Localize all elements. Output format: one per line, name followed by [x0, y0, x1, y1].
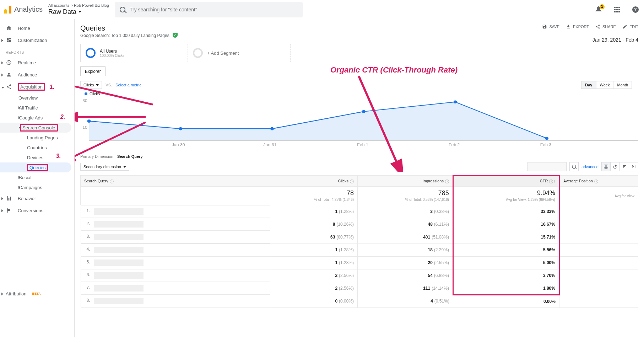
tab-explorer[interactable]: Explorer [80, 66, 105, 76]
nav-behavior[interactable]: Behavior [0, 192, 74, 204]
help-icon: ? [632, 6, 639, 13]
nav-sc-devices[interactable]: Devices [0, 153, 74, 162]
help-button[interactable]: ? [631, 5, 640, 14]
save-button[interactable]: SAVE [542, 24, 559, 29]
secondary-dim-dropdown[interactable]: Secondary dimension [80, 163, 129, 171]
col-query[interactable]: Search Query? [81, 176, 270, 187]
svg-text:30: 30 [82, 98, 87, 102]
notifications-button[interactable]: 1 [594, 5, 603, 14]
gran-day[interactable]: Day [581, 81, 596, 89]
nav-audience[interactable]: Audience [0, 69, 74, 81]
nav-sc-countries[interactable]: Countries [0, 143, 74, 153]
primary-dim-value: Search Query [117, 154, 143, 159]
col-impressions[interactable]: Impressions? [358, 176, 453, 187]
svg-point-6 [270, 127, 274, 130]
beta-badge: BETA [32, 292, 41, 295]
table-row[interactable]: 8.0(0.00%)4(0.51%)0.00% [81, 295, 638, 307]
apps-button[interactable] [613, 5, 621, 14]
edit-button[interactable]: EDIT [622, 24, 638, 29]
svg-rect-21 [623, 165, 626, 166]
segment-ring-icon [86, 48, 96, 58]
flag-icon [6, 207, 12, 214]
gran-month[interactable]: Month [613, 81, 632, 89]
nav-attribution[interactable]: Attribution BETA [0, 288, 74, 300]
col-ctr[interactable]: CTR?↓ [453, 176, 559, 187]
nav-acq-search-console[interactable]: Search Console [0, 123, 71, 133]
chevron-right-icon [1, 74, 3, 76]
export-button[interactable]: EXPORT [566, 24, 589, 29]
sidebar-nav: Home Customization REPORTS Realtime Audi… [0, 19, 75, 337]
redacted-query [94, 234, 144, 240]
view-pie-button[interactable] [611, 162, 620, 171]
nav-acq-google-ads[interactable]: Google Ads [0, 113, 74, 123]
table-row[interactable]: 1.1(1.28%)3(0.38%)33.33% [81, 205, 638, 218]
reports-label: REPORTS [0, 46, 74, 57]
svg-text:Feb 1: Feb 1 [357, 143, 368, 146]
chart-legend: Clicks [90, 92, 100, 96]
col-clicks[interactable]: Clicks? [270, 176, 357, 187]
chevron-right-icon [1, 39, 3, 42]
action-toolbar: SAVE EXPORT SHARE EDIT [542, 24, 638, 29]
nav-home[interactable]: Home [0, 22, 74, 34]
page-subtitle: Google Search: Top 1,000 daily Landing P… [80, 33, 171, 38]
svg-text:Feb 3: Feb 3 [540, 143, 551, 146]
search-input[interactable] [130, 7, 298, 12]
nav-realtime[interactable]: Realtime [0, 57, 74, 69]
view-bar-button[interactable] [620, 162, 629, 171]
chevron-right-icon [1, 209, 3, 212]
nav-acq-social[interactable]: Social [0, 172, 74, 182]
add-segment-button[interactable]: + Add Segment [188, 44, 291, 62]
search-box[interactable] [115, 2, 303, 17]
redacted-query [94, 285, 144, 291]
col-position[interactable]: Average Position? [559, 176, 638, 187]
chevron-right-icon [1, 197, 3, 200]
nav-sc-landing[interactable]: Landing Pages [0, 133, 74, 143]
table-row[interactable]: 4.1(1.28%)18(2.29%)5.56% [81, 244, 638, 256]
nav-acquisition[interactable]: Acquisition [0, 81, 74, 93]
date-range[interactable]: Jan 29, 2021 - Feb 4 [592, 37, 638, 43]
property-selector[interactable]: All accounts > Rob Powell Biz Blog Raw D… [48, 3, 109, 16]
legend-dot-icon [85, 92, 87, 95]
table-row[interactable]: 2.8(10.26%)48(6.11%)16.67% [81, 218, 638, 231]
product-logo[interactable]: Analytics [4, 5, 43, 14]
notif-badge: 1 [600, 4, 605, 9]
segment-ring-placeholder-icon [193, 48, 203, 58]
table-row[interactable]: 6.2(2.56%)54(6.88%)3.70% [81, 269, 638, 282]
svg-text:Jan 30: Jan 30 [172, 143, 185, 146]
view-table-button[interactable] [601, 162, 611, 171]
redacted-query [94, 208, 144, 215]
chevron-down-icon [1, 87, 4, 89]
search-icon [120, 7, 125, 12]
table-row[interactable]: 5.1(1.28%)20(2.55%)5.00% [81, 256, 638, 269]
table-search-button[interactable] [569, 162, 579, 171]
metric-dropdown[interactable]: Clicks [80, 81, 102, 89]
bell-icon: 1 [595, 6, 602, 13]
report-content: SAVE EXPORT SHARE EDIT Jan 29, 2021 - Fe… [75, 19, 644, 337]
svg-point-7 [362, 110, 366, 113]
svg-point-8 [454, 100, 457, 103]
svg-text:Jan 31: Jan 31 [263, 143, 276, 146]
granularity-toggle: Day Week Month [581, 81, 632, 89]
svg-rect-22 [623, 166, 625, 167]
nav-sc-queries[interactable]: Queries [0, 162, 71, 172]
nav-acq-all-traffic[interactable]: All Traffic [0, 103, 74, 113]
gran-week[interactable]: Week [596, 81, 613, 89]
share-button[interactable]: SHARE [595, 24, 616, 29]
nav-acq-overview[interactable]: Overview [0, 93, 74, 103]
search-icon [572, 165, 576, 168]
advanced-filter-link[interactable]: advanced [581, 165, 599, 169]
nav-acq-campaigns[interactable]: Campaigns [0, 182, 74, 192]
nav-customization[interactable]: Customization [0, 34, 74, 46]
nav-conversions[interactable]: Conversions [0, 204, 74, 216]
table-search-input[interactable] [527, 162, 567, 171]
redacted-query [94, 298, 144, 304]
table-row[interactable]: 7.2(2.56%)111(14.14%)1.80% [81, 282, 638, 295]
table-row[interactable]: 3.63(80.77%)401(51.08%)15.71% [81, 231, 638, 244]
svg-rect-15 [604, 165, 608, 169]
select-metric-link[interactable]: Select a metric [115, 83, 141, 87]
segment-all-users[interactable]: All Users 100.00% Clicks [80, 44, 183, 62]
view-pivot-button[interactable] [629, 162, 638, 171]
home-icon [6, 25, 12, 31]
svg-text:10: 10 [82, 125, 87, 129]
redacted-query [94, 272, 144, 279]
